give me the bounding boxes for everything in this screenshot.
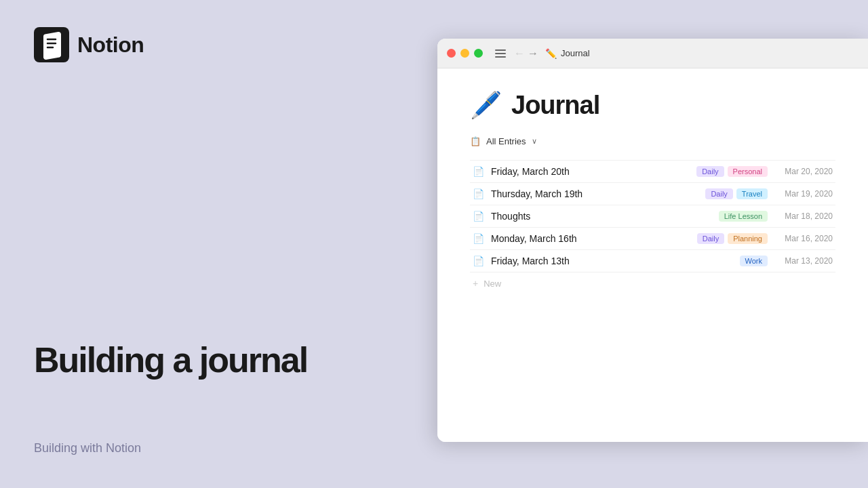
nav-arrows: ← →: [514, 47, 538, 60]
row-tags: Daily Travel: [705, 188, 768, 199]
table-row[interactable]: 📄 Friday, March 20th Daily Personal Mar …: [470, 160, 835, 182]
title-bar: ← → ✏️ Journal: [437, 39, 868, 68]
page-icon: 📄: [473, 211, 484, 222]
tag-life-lesson: Life Lesson: [719, 211, 768, 222]
close-button[interactable]: [447, 49, 456, 58]
new-row-label: New: [484, 279, 501, 289]
row-tags: Daily Personal: [696, 166, 768, 177]
hero-section: Building a journal: [34, 341, 307, 380]
page-icon: 📄: [473, 188, 484, 199]
chevron-down-icon: ∨: [532, 137, 537, 146]
table-row[interactable]: 📄 Thursday, March 19th Daily Travel Mar …: [470, 182, 835, 205]
database-table: 📄 Friday, March 20th Daily Personal Mar …: [470, 160, 835, 294]
filter-icon: 📋: [470, 136, 481, 146]
tag-travel: Travel: [736, 188, 768, 199]
page-icon: 📄: [473, 256, 484, 266]
notion-brand-name: Notion: [77, 33, 144, 58]
notion-logo-icon: [34, 27, 69, 62]
page-icon: 📄: [473, 233, 484, 244]
mac-window: ← → ✏️ Journal 🖊️ Journal 📋 All Entries …: [437, 39, 868, 442]
row-title: Thursday, March 19th: [491, 188, 705, 199]
row-tags: Daily Planning: [697, 233, 768, 244]
page-title-section: 🖊️ Journal: [470, 90, 835, 120]
pencil-title-icon: ✏️: [545, 48, 557, 59]
row-title: Friday, March 13th: [491, 256, 740, 266]
table-row[interactable]: 📄 Thoughts Life Lesson Mar 18, 2020: [470, 205, 835, 227]
tag-planning: Planning: [728, 233, 768, 244]
traffic-lights: [447, 49, 483, 58]
tag-personal: Personal: [728, 166, 768, 177]
hero-title: Building a journal: [34, 341, 307, 380]
row-tags: Life Lesson: [719, 211, 768, 222]
forward-arrow-icon[interactable]: →: [528, 47, 538, 60]
tag-daily: Daily: [696, 166, 724, 177]
fullscreen-button[interactable]: [474, 49, 483, 58]
title-bar-title: ✏️ Journal: [545, 48, 590, 59]
filter-bar[interactable]: 📋 All Entries ∨: [470, 136, 835, 146]
row-date: Mar 16, 2020: [778, 234, 833, 243]
row-date: Mar 18, 2020: [778, 211, 833, 221]
window-title-text: Journal: [561, 48, 590, 58]
page-icon: 📄: [473, 166, 484, 177]
tag-daily: Daily: [697, 233, 724, 244]
tag-daily: Daily: [705, 188, 732, 199]
row-date: Mar 20, 2020: [778, 167, 833, 176]
table-row[interactable]: 📄 Friday, March 13th Work Mar 13, 2020: [470, 249, 835, 272]
sidebar-toggle-icon[interactable]: [495, 49, 506, 58]
page-title-text: Journal: [511, 91, 599, 120]
notion-brand: Notion: [34, 27, 400, 62]
page-content: 🖊️ Journal 📋 All Entries ∨ 📄 Friday, Mar…: [437, 68, 868, 442]
footer-text: Building with Notion: [34, 441, 141, 455]
back-arrow-icon[interactable]: ←: [514, 47, 525, 60]
new-row-button[interactable]: + New: [470, 272, 835, 294]
filter-label[interactable]: All Entries: [486, 136, 526, 146]
table-row[interactable]: 📄 Monday, March 16th Daily Planning Mar …: [470, 227, 835, 249]
row-title: Thoughts: [491, 211, 719, 222]
row-date: Mar 19, 2020: [778, 189, 833, 199]
row-tags: Work: [740, 256, 768, 266]
title-bar-controls: ← →: [495, 47, 538, 60]
tag-work: Work: [740, 256, 768, 266]
left-panel: Notion Building a journal Building with …: [0, 0, 434, 488]
row-date: Mar 13, 2020: [778, 256, 833, 266]
row-title: Monday, March 16th: [491, 233, 697, 244]
minimize-button[interactable]: [460, 49, 469, 58]
page-emoji-icon: 🖊️: [470, 90, 502, 120]
row-title: Friday, March 20th: [491, 166, 696, 177]
add-icon: +: [473, 278, 478, 289]
